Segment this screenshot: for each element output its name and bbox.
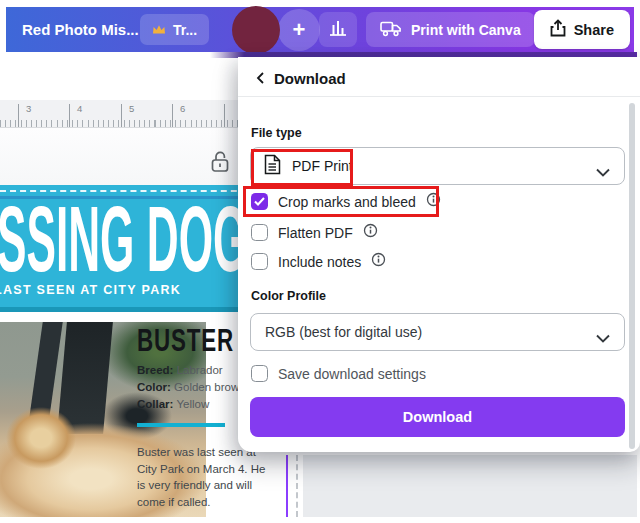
ruler-minor-ticks bbox=[0, 120, 238, 127]
description-line: City Park on March 4. He bbox=[137, 461, 265, 478]
share-label: Share bbox=[574, 22, 614, 38]
ruler-major-tick bbox=[172, 104, 173, 127]
color-profile-value: RGB (best for digital use) bbox=[265, 324, 422, 340]
upgrade-label: Tr... bbox=[173, 22, 197, 38]
design-title[interactable]: Red Photo Mis... bbox=[22, 21, 139, 38]
save-settings-checkbox-row[interactable]: Save download settings bbox=[251, 365, 426, 382]
upgrade-trial-button[interactable]: Tr... bbox=[140, 14, 209, 45]
ruler-major-tick bbox=[224, 104, 225, 127]
bar-chart-icon bbox=[328, 19, 348, 41]
pet-name[interactable]: BUSTER bbox=[137, 323, 234, 359]
info-icon[interactable] bbox=[371, 252, 386, 271]
download-button[interactable]: Download bbox=[250, 397, 625, 437]
annotation-highlight-file-type bbox=[251, 149, 353, 186]
ruler-number: 4 bbox=[77, 103, 82, 114]
crown-icon bbox=[152, 22, 166, 38]
unlock-icon bbox=[210, 150, 231, 177]
color-profile-label: Color Profile bbox=[251, 289, 326, 303]
ruler-major-tick bbox=[121, 104, 122, 127]
teal-divider bbox=[137, 423, 225, 427]
annotation-highlight-crop-marks bbox=[243, 186, 439, 217]
canvas-margin-area bbox=[0, 128, 238, 185]
include-notes-label: Include notes bbox=[278, 254, 361, 270]
pet-description[interactable]: Buster was last seen at City Park on Mar… bbox=[137, 444, 265, 510]
bleed-guide-dashed bbox=[296, 455, 298, 517]
ruler-major-tick bbox=[18, 104, 19, 127]
flatten-pdf-checkbox-row[interactable]: Flatten PDF bbox=[251, 223, 378, 242]
pet-details[interactable]: Breed: Labrador Color: Golden brown Coll… bbox=[137, 362, 246, 413]
panel-header-divider bbox=[238, 96, 640, 97]
ruler-number: 3 bbox=[26, 103, 31, 114]
avatar[interactable] bbox=[232, 6, 280, 54]
photo-dog-head bbox=[6, 407, 76, 469]
photo-person-leg bbox=[29, 322, 62, 418]
poster-headline[interactable]: MISSING DOG bbox=[0, 193, 247, 285]
color-profile-dropdown[interactable]: RGB (best for digital use) bbox=[250, 313, 625, 351]
insights-button[interactable] bbox=[319, 12, 357, 47]
include-notes-checkbox-row[interactable]: Include notes bbox=[251, 252, 386, 271]
info-icon[interactable] bbox=[363, 223, 378, 242]
detail-row: Breed: Labrador bbox=[137, 362, 246, 379]
share-button[interactable]: Share bbox=[534, 10, 630, 49]
print-label: Print with Canva bbox=[411, 22, 521, 38]
checkbox-unchecked[interactable] bbox=[251, 224, 268, 241]
chevron-left-icon bbox=[254, 71, 268, 89]
page-lock-button[interactable] bbox=[208, 150, 232, 176]
save-settings-label: Save download settings bbox=[278, 366, 426, 382]
chevron-down-icon bbox=[596, 329, 610, 347]
page-edge-guide bbox=[286, 455, 288, 517]
share-upload-icon bbox=[550, 19, 566, 40]
ruler-major-tick bbox=[69, 104, 70, 127]
download-panel: Download File type PDF Print bbox=[238, 57, 640, 452]
ruler-number: 5 bbox=[129, 103, 134, 114]
top-toolbar: Red Photo Mis... Tr... + bbox=[6, 7, 634, 52]
ruler-number: 6 bbox=[180, 103, 185, 114]
canva-editor: Red Photo Mis... Tr... + bbox=[0, 0, 640, 523]
panel-scrollbar[interactable] bbox=[629, 103, 635, 449]
horizontal-ruler: 3 4 5 6 bbox=[0, 100, 238, 128]
description-line: come if called. bbox=[137, 494, 265, 511]
plus-icon: + bbox=[293, 17, 306, 43]
file-type-label: File type bbox=[251, 126, 302, 140]
checkbox-unchecked[interactable] bbox=[251, 365, 268, 382]
workspace-background bbox=[303, 455, 637, 517]
truck-icon bbox=[380, 20, 402, 40]
add-member-button[interactable]: + bbox=[278, 9, 320, 51]
flatten-pdf-label: Flatten PDF bbox=[278, 225, 353, 241]
chevron-down-icon bbox=[596, 163, 610, 181]
detail-row: Collar: Yellow bbox=[137, 396, 246, 413]
print-with-canva-button[interactable]: Print with Canva bbox=[366, 12, 535, 47]
poster-subheadline[interactable]: LAST SEEN AT CITY PARK bbox=[0, 283, 181, 297]
panel-title: Download bbox=[274, 70, 346, 87]
back-button[interactable] bbox=[252, 71, 270, 89]
checkbox-unchecked[interactable] bbox=[251, 253, 268, 270]
detail-row: Color: Golden brown bbox=[137, 379, 246, 396]
description-line: is very friendly and will bbox=[137, 477, 265, 494]
